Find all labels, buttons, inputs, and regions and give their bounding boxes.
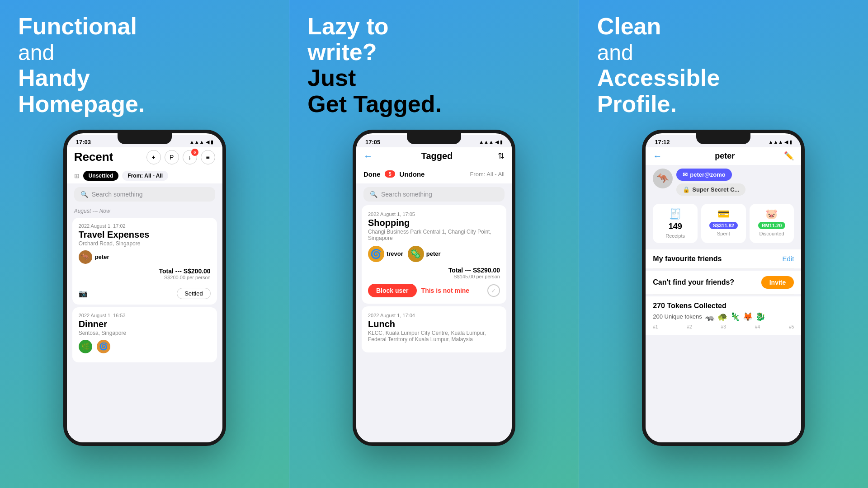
tagged-header: ← Tagged ⇅ <box>356 147 512 165</box>
token-emoji-4: 🦊 <box>743 312 753 322</box>
menu-button[interactable]: ≡ <box>201 150 215 164</box>
settled-button[interactable]: Settled <box>177 288 210 299</box>
phone2: 17:05 ▲▲▲ ◀ ▮ ← Tagged ⇅ Done 5 Undone F… <box>353 130 515 446</box>
phone3: 17:12 ▲▲▲ ◀ ▮ ← peter ✏️ 🦘 ✉ peter@zomo <box>642 130 805 446</box>
total-line-1: Total --- S$200.00 <box>159 267 211 275</box>
invite-button[interactable]: Invite <box>761 276 794 289</box>
done-tab[interactable]: Done <box>363 169 381 180</box>
search-icon-1: 🔍 <box>80 191 88 198</box>
block-user-button[interactable]: Block user <box>368 284 417 297</box>
secret-tag[interactable]: 🔒 Super Secret C... <box>676 183 745 196</box>
filter-unsettled[interactable]: Unsettled <box>83 171 119 181</box>
back-button-3[interactable]: ← <box>653 151 662 161</box>
notification-button[interactable]: ↓ 6 <box>183 150 197 164</box>
receipt-location-1: Orchard Road, Singapore <box>79 240 211 247</box>
add-button[interactable]: + <box>146 150 161 164</box>
spent-stat-icon: 💳 <box>717 208 730 220</box>
search-placeholder-2: Search something <box>381 191 432 198</box>
tagged-card-1: 2022 August 1, 17:05 Shopping Changi Bus… <box>362 205 506 304</box>
per-person-2: S$145.00 per person <box>453 274 500 279</box>
park-button[interactable]: P <box>165 150 179 164</box>
panel-profile: Clean and Accessible Profile. 17:12 ▲▲▲ … <box>579 0 868 488</box>
tagged-avatars-1: 🌀 trevor 🦠 peter <box>368 246 500 262</box>
stat-spent-badge: S$311.82 <box>709 222 738 229</box>
cant-find-label: Can't find your friends? <box>653 278 734 286</box>
total-amount-2: S$290.00 <box>473 267 500 274</box>
panel-functional: Functional and Handy Homepage. 17:03 ▲▲▲… <box>0 0 289 488</box>
swap-icon[interactable]: ⇅ <box>498 151 505 161</box>
app-title-1: Recent <box>74 150 113 164</box>
from-filter[interactable]: From: All - All <box>470 171 505 178</box>
avatar-trevor: 🌀 trevor <box>368 246 403 262</box>
receipt-card-2: 2022 August 1, 16:53 Dinner Sentosa, Sin… <box>72 307 217 362</box>
rank-2: #2 <box>687 324 692 329</box>
avatar-trevor-circle: 🌀 <box>368 246 384 262</box>
panel2-line4: Get Tagged. <box>307 91 442 117</box>
back-button-2[interactable]: ← <box>363 151 373 161</box>
app-header-1: Recent + P ↓ 6 ≡ <box>67 147 222 168</box>
search-bar-1[interactable]: 🔍 Search something <box>74 187 215 202</box>
receipt-location-2: Sentosa, Singapore <box>79 330 211 336</box>
stat-receipts: 🧾 149 Receipts <box>653 204 698 243</box>
stat-discounted-badge: RM11.20 <box>758 222 786 229</box>
profile-avatar-large: 🦘 <box>653 169 673 188</box>
search-icon-2: 🔍 <box>370 191 377 198</box>
profile-name: peter <box>665 151 784 161</box>
tagged-date-2: 2022 August 1, 17:04 <box>368 313 500 318</box>
undone-tab[interactable]: Undone <box>400 169 425 180</box>
token-emoji-1: 🦡 <box>705 312 715 322</box>
tagged-name-2[interactable]: Lunch <box>368 319 500 329</box>
rank-5: #5 <box>789 324 794 329</box>
divider-2 <box>653 294 794 295</box>
tagged-name-1[interactable]: Shopping <box>368 218 500 228</box>
camera-icon[interactable]: 📷 <box>79 289 88 298</box>
section-header-1: August --- Now <box>67 205 222 216</box>
action-row-1: Block user This is not mine ✓ <box>368 284 500 297</box>
divider-1 <box>653 268 794 269</box>
status-time-3: 17:12 <box>655 139 670 145</box>
receipt-name-2[interactable]: Dinner <box>79 319 211 329</box>
status-time-2: 17:05 <box>365 139 380 145</box>
panel3-line1: Clean <box>597 13 661 39</box>
phone2-screen: 17:05 ▲▲▲ ◀ ▮ ← Tagged ⇅ Done 5 Undone F… <box>356 135 512 442</box>
panel1-title: Functional and Handy Homepage. <box>18 14 271 117</box>
discounted-stat-icon: 🐷 <box>765 208 778 220</box>
stat-receipts-value: 149 <box>669 222 682 231</box>
panel2-title: Lazy to write? Just Get Tagged. <box>307 14 560 117</box>
tagged-date-1: 2022 August 1, 17:05 <box>368 211 500 217</box>
filter-icon: ⊞ <box>74 172 80 179</box>
token-emoji-3: 🦎 <box>730 312 740 322</box>
receipt-name-1[interactable]: Travel Expenses <box>79 230 211 240</box>
unique-tokens-label: 200 Unique tokens <box>653 313 702 320</box>
receipt-card-1: 2022 August 1, 17:02 Travel Expenses Orc… <box>72 218 217 305</box>
email-tag[interactable]: ✉ peter@zomo <box>676 169 731 181</box>
panel1-line4: Homepage. <box>18 91 145 117</box>
token-emoji-5: 🐉 <box>755 312 765 322</box>
token-emoji-2: 🐢 <box>717 312 727 322</box>
secret-tag-label: Super Secret C... <box>692 186 739 193</box>
panel1-line1: Functional <box>18 13 137 39</box>
profile-header: ← peter ✏️ <box>646 147 801 165</box>
check-circle-1[interactable]: ✓ <box>487 284 500 297</box>
email-tag-label: peter@zomo <box>690 171 725 178</box>
not-mine-button[interactable]: This is not mine <box>421 287 470 294</box>
search-bar-2[interactable]: 🔍 Search something <box>363 187 505 202</box>
email-icon: ✉ <box>683 171 688 178</box>
edit-favourite-link[interactable]: Edit <box>782 255 794 263</box>
phone3-screen: 17:12 ▲▲▲ ◀ ▮ ← peter ✏️ 🦘 ✉ peter@zomo <box>646 135 801 442</box>
receipt-footer-1: 📷 Settled <box>79 284 211 299</box>
panel3-line3: Accessible <box>597 65 720 91</box>
status-time-1: 17:03 <box>76 139 91 145</box>
panel3-title: Clean and Accessible Profile. <box>597 14 850 117</box>
panel1-line3: Handy <box>18 65 90 91</box>
phone2-notch <box>407 133 461 144</box>
tagged-card-2: 2022 August 1, 17:04 Lunch KLCC, Kuala L… <box>362 306 506 352</box>
avatar-peter2: 🦠 peter <box>408 246 441 262</box>
profile-edit-icon[interactable]: ✏️ <box>784 151 794 161</box>
receipt-stat-icon: 🧾 <box>669 208 681 220</box>
receipt-avatar-1: 🦘 peter <box>79 250 211 264</box>
tagged-tabs: Done 5 Undone From: All - All <box>356 165 512 183</box>
receipt-total-1: Total --- S$200.00 S$200.00 per person <box>79 267 211 280</box>
filter-from[interactable]: From: All - All <box>122 171 168 181</box>
status-icons-1: ▲▲▲ ◀ ▮ <box>189 139 213 145</box>
